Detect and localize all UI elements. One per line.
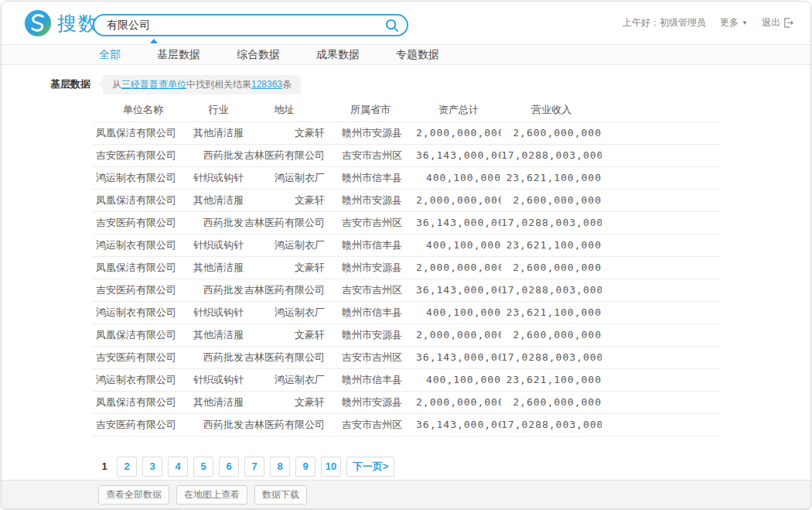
cell-region: 赣州市信丰县	[325, 368, 416, 391]
table-row[interactable]: 鸿运制衣有限公司 针织或钩针 鸿运制衣厂 赣州市信丰县 400,100,000 …	[93, 368, 721, 391]
table-row[interactable]: 凤凰保洁有限公司 其他清洁服 文豪轩 赣州市安源县 2,000,000,000 …	[93, 189, 721, 211]
pagination: 1 2 3 4 5 6 7 8 9 10 下一页>	[97, 457, 810, 477]
cell-assets: 36,143,000,000	[416, 413, 501, 436]
cell-unit-name: 吉安医药有限公司	[93, 211, 193, 234]
cell-revenue: 23,621,100,000	[501, 234, 602, 256]
table-row[interactable]: 吉安医药有限公司 西药批发 吉林医药有限公司 吉安市吉州区 36,143,000…	[93, 413, 721, 436]
cell-industry: 其他清洁服	[193, 189, 244, 211]
cell-address: 文豪轩	[244, 122, 325, 144]
cell-unit-name: 吉安医药有限公司	[93, 413, 193, 436]
cell-address: 文豪轩	[244, 323, 325, 346]
page-button[interactable]: 5	[193, 457, 213, 477]
cell-address: 文豪轩	[244, 256, 325, 279]
page-button[interactable]: 10	[321, 457, 341, 477]
table-row[interactable]: 凤凰保洁有限公司 其他清洁服 文豪轩 赣州市安源县 2,000,000,000 …	[93, 323, 721, 346]
cell-revenue: 17,0288,003,000	[501, 346, 602, 368]
cell-assets: 400,100,000	[416, 368, 501, 391]
cell-unit-name: 凤凰保洁有限公司	[93, 189, 193, 211]
table-row[interactable]: 鸿运制衣有限公司 针织或钩针 鸿运制衣厂 赣州市信丰县 400,100,000 …	[93, 166, 721, 189]
cell-industry: 其他清洁服	[193, 122, 244, 144]
cell-industry: 其他清洁服	[193, 323, 244, 346]
result-summary: 从 三经普普查单位 中找到相关结果 128363 条	[103, 75, 301, 94]
cell-address: 吉林医药有限公司	[244, 211, 325, 234]
chevron-down-icon: ▼	[742, 19, 748, 26]
cell-region: 赣州市安源县	[325, 189, 416, 211]
cell-assets: 36,143,000,000	[416, 211, 501, 234]
top-bar: 搜数 上午好：初级管理员 更多 ▼ 退出	[2, 2, 810, 44]
cell-unit-name: 凤凰保洁有限公司	[93, 122, 193, 144]
table-row[interactable]: 鸿运制衣有限公司 针织或钩针 鸿运制衣厂 赣州市信丰县 400,100,000 …	[93, 234, 721, 256]
cell-revenue: 17,0288,003,000	[501, 144, 602, 166]
result-count-link[interactable]: 128363	[251, 79, 282, 90]
table-row[interactable]: 凤凰保洁有限公司 其他清洁服 文豪轩 赣州市安源县 2,000,000,000 …	[93, 256, 721, 279]
tab-comprehensive-data[interactable]: 综合数据	[237, 48, 280, 62]
cell-region: 赣州市信丰县	[325, 301, 416, 323]
cell-address: 吉林医药有限公司	[244, 144, 325, 166]
cell-revenue: 2,600,000,000	[501, 189, 602, 211]
tab-all[interactable]: 全部	[99, 48, 121, 62]
cell-unit-name: 鸿运制衣有限公司	[93, 166, 193, 189]
source-link[interactable]: 三经普普查单位	[121, 78, 186, 91]
table-row[interactable]: 鸿运制衣有限公司 针织或钩针 鸿运制衣厂 赣州市信丰县 400,100,000 …	[93, 301, 721, 323]
cell-unit-name: 凤凰保洁有限公司	[93, 256, 193, 279]
page-button[interactable]: 6	[219, 457, 239, 477]
search-button[interactable]	[384, 18, 399, 33]
table-row[interactable]: 吉安医药有限公司 西药批发 吉林医药有限公司 吉安市吉州区 36,143,000…	[93, 144, 721, 166]
cell-address: 鸿运制衣厂	[244, 166, 325, 189]
cell-assets: 2,000,000,000	[416, 189, 501, 211]
cell-region: 赣州市安源县	[325, 391, 416, 413]
page-button[interactable]: 2	[117, 457, 137, 477]
page-button[interactable]: 8	[270, 457, 290, 477]
tab-achievement-data[interactable]: 成果数据	[316, 48, 360, 62]
col-header-unit-name: 单位名称	[93, 98, 193, 122]
cell-address: 文豪轩	[244, 391, 325, 413]
cell-region: 赣州市安源县	[325, 122, 416, 144]
table-row[interactable]: 吉安医药有限公司 西药批发 吉林医药有限公司 吉安市吉州区 36,143,000…	[93, 211, 721, 234]
search-icon	[384, 18, 399, 33]
cell-industry: 西药批发	[193, 413, 244, 436]
cell-assets: 2,000,000,000	[416, 122, 501, 144]
table-row[interactable]: 凤凰保洁有限公司 其他清洁服 文豪轩 赣州市安源县 2,000,000,000 …	[93, 391, 721, 413]
tab-special-data[interactable]: 专题数据	[396, 48, 439, 62]
cell-industry: 西药批发	[193, 346, 244, 368]
tab-basic-data[interactable]: 基层数据	[157, 48, 200, 62]
result-middle: 中找到相关结果	[186, 78, 251, 91]
logo[interactable]: 搜数	[23, 9, 99, 38]
view-all-data-button[interactable]: 查看全部数据	[98, 485, 169, 505]
logout-icon	[783, 18, 793, 28]
col-header-assets: 资产总计	[416, 98, 501, 122]
more-menu[interactable]: 更多 ▼	[720, 16, 748, 29]
cell-revenue: 2,600,000,000	[501, 323, 602, 346]
cell-assets: 400,100,000	[416, 301, 501, 323]
page-button[interactable]: 9	[295, 457, 316, 477]
cell-region: 吉安市吉州区	[325, 144, 416, 166]
next-page-button[interactable]: 下一页>	[346, 457, 394, 477]
cell-industry: 其他清洁服	[193, 391, 244, 413]
cell-industry: 西药批发	[193, 144, 244, 166]
cell-revenue: 23,621,100,000	[501, 166, 602, 189]
page-button[interactable]: 3	[142, 457, 162, 477]
logout-button[interactable]: 退出	[762, 16, 793, 29]
search-box	[93, 14, 408, 36]
search-input[interactable]	[107, 19, 384, 32]
col-header-region: 所属省市	[325, 98, 416, 122]
col-header-industry: 行业	[193, 98, 244, 122]
table-row[interactable]: 吉安医药有限公司 西药批发 吉林医药有限公司 吉安市吉州区 36,143,000…	[93, 346, 721, 368]
download-data-button[interactable]: 数据下载	[254, 485, 307, 505]
table-row[interactable]: 吉安医药有限公司 西药批发 吉林医药有限公司 吉安市吉州区 36,143,000…	[93, 279, 721, 301]
page-current: 1	[97, 460, 111, 472]
cell-industry: 针织或钩针	[193, 166, 244, 189]
table-header: 单位名称 行业 地址 所属省市 资产总计 营业收入	[93, 98, 721, 122]
table-row[interactable]: 凤凰保洁有限公司 其他清洁服 文豪轩 赣州市安源县 2,000,000,000 …	[93, 122, 721, 144]
cell-assets: 2,000,000,000	[416, 323, 501, 346]
result-prefix: 从	[112, 78, 121, 91]
cell-revenue: 17,0288,003,000	[501, 211, 602, 234]
page-button[interactable]: 4	[168, 457, 188, 477]
footer-bar: 查看全部数据 在地图上查看 数据下载	[2, 480, 810, 508]
page-button[interactable]: 7	[244, 457, 264, 477]
view-on-map-button[interactable]: 在地图上查看	[176, 485, 247, 505]
cell-assets: 36,143,000,000	[416, 144, 501, 166]
col-header-address: 地址	[244, 98, 325, 122]
cell-address: 吉林医药有限公司	[244, 346, 325, 368]
result-suffix: 条	[282, 78, 292, 91]
